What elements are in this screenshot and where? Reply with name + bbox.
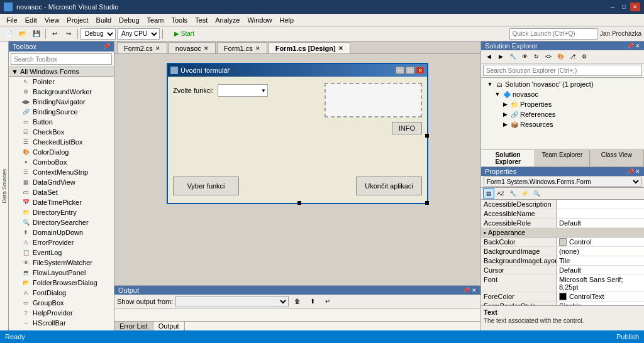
toolbox-item-checkbox[interactable]: ☑ CheckBox: [9, 127, 114, 137]
solution-explorer-tab[interactable]: Solution Explorer: [481, 150, 535, 166]
tree-item-solution[interactable]: ▼ 🗂 Solution 'novasoc' (1 project): [482, 79, 643, 89]
prop-value-accessible-name[interactable]: [557, 209, 644, 218]
output-pin-icon[interactable]: 📌: [463, 287, 470, 293]
toolbox-item-button[interactable]: ▭ Button: [9, 117, 114, 127]
toolbox-item-bindingnavigator[interactable]: ◀▶ BindingNavigator: [9, 97, 114, 107]
tab-novasoc-close-icon[interactable]: ✕: [204, 45, 209, 52]
menu-test[interactable]: Test: [191, 14, 211, 26]
toolbox-item-fontdialog[interactable]: A FontDialog: [9, 288, 114, 298]
toolbox-item-eventlog[interactable]: 📋 EventLog: [9, 248, 114, 258]
toolbox-item-datagridview[interactable]: ▦ DataGridView: [9, 177, 114, 187]
undo-button[interactable]: ↩: [48, 28, 61, 40]
prop-properties-button[interactable]: 🔧: [507, 188, 518, 199]
form-close-button[interactable]: ✕: [416, 67, 425, 74]
form-maximize-button[interactable]: □: [406, 67, 414, 74]
cpu-target-select[interactable]: Any CPU: [117, 28, 160, 40]
menu-help[interactable]: Help: [276, 14, 298, 26]
minimize-button[interactable]: ─: [608, 3, 618, 11]
tab-form2-close-icon[interactable]: ✕: [155, 45, 160, 52]
toolbox-search-input[interactable]: [11, 53, 112, 65]
new-project-button[interactable]: 📄: [3, 28, 15, 40]
prop-sort-alpha-button[interactable]: AZ: [495, 188, 506, 199]
menu-team[interactable]: Team: [143, 14, 168, 26]
save-button[interactable]: 💾: [30, 28, 43, 40]
window-controls[interactable]: ─ □ ✕: [608, 3, 640, 11]
output-close-icon[interactable]: ✕: [472, 287, 477, 293]
design-area[interactable]: Úvodní formulář ─ □ ✕ Zvolte funkci: ▼: [114, 54, 480, 285]
tab-form1-design[interactable]: Form1.cs [Design] ✕: [269, 42, 350, 53]
class-view-tab[interactable]: Class View: [590, 150, 644, 166]
properties-object-select[interactable]: Form1 System.Windows.Forms.Form: [484, 177, 641, 187]
prop-value-background-image-layout[interactable]: Tile: [557, 256, 644, 265]
prop-sort-category-button[interactable]: ▤: [483, 188, 494, 199]
toolbox-pin-icon[interactable]: 📌: [103, 43, 110, 50]
toolbox-item-directorysearcher[interactable]: 🔍 DirectorySearcher: [9, 217, 114, 227]
sol-settings-button[interactable]: ⚙: [579, 52, 590, 62]
tree-item-resources[interactable]: ▶ 📦 Resources: [482, 119, 643, 129]
toolbox-section-all-windows-forms[interactable]: ▼ All Windows Forms: [9, 67, 114, 77]
toolbox-item-backgroundworker[interactable]: ⚙ BackgroundWorker: [9, 87, 114, 97]
tree-item-novasoc[interactable]: ▼ 🔷 novasoc: [482, 89, 643, 99]
output-word-wrap-button[interactable]: ↵: [321, 295, 334, 308]
menu-debug[interactable]: Debug: [115, 14, 143, 26]
data-sources-panel[interactable]: Data Sources: [0, 41, 9, 330]
menu-analyze[interactable]: Analyze: [211, 14, 243, 26]
form-window[interactable]: Úvodní formulář ─ □ ✕ Zvolte funkci: ▼: [167, 63, 428, 204]
menu-project[interactable]: Project: [63, 14, 92, 26]
prop-value-forecolor[interactable]: ControlText: [557, 292, 644, 301]
close-button[interactable]: ✕: [630, 3, 640, 11]
toolbox-item-datetimepicker[interactable]: 📅 DateTimePicker: [9, 197, 114, 207]
tab-novasoc[interactable]: novasoc ✕: [169, 42, 216, 53]
tab-form2[interactable]: Form2.cs ✕: [117, 42, 167, 53]
solution-pin-icon[interactable]: 📌: [627, 43, 634, 49]
debug-mode-select[interactable]: Debug: [80, 28, 116, 40]
form-combo[interactable]: ▼: [218, 84, 268, 97]
menu-build[interactable]: Build: [92, 14, 115, 26]
resize-se-handle[interactable]: [425, 201, 429, 205]
open-button[interactable]: 📂: [16, 28, 29, 40]
resize-e-handle[interactable]: [425, 134, 429, 138]
toolbox-item-dataset[interactable]: 🗃 DataSet: [9, 187, 114, 197]
toolbox-item-colordialog[interactable]: 🎨 ColorDialog: [9, 147, 114, 157]
vyber-funkci-button[interactable]: Vyber funkci: [173, 177, 239, 195]
toolbox-item-directoryentry[interactable]: 📁 DirectoryEntry: [9, 207, 114, 217]
form-minimize-button[interactable]: ─: [396, 67, 404, 74]
toolbox-item-groupbox[interactable]: ▭ GroupBox: [9, 298, 114, 308]
menu-file[interactable]: File: [3, 14, 21, 26]
toolbox-item-hscrollbar[interactable]: ↔ HScrollBar: [9, 318, 114, 328]
menu-window[interactable]: Window: [243, 14, 275, 26]
toolbox-item-flowlayoutpanel[interactable]: ⬒ FlowLayoutPanel: [9, 268, 114, 278]
tree-item-references[interactable]: ▶ 🔗 References: [482, 109, 643, 119]
menu-edit[interactable]: Edit: [21, 14, 41, 26]
solution-search-input[interactable]: [483, 65, 642, 76]
output-tab-output[interactable]: Output: [153, 322, 185, 330]
sol-properties-button[interactable]: 🔧: [507, 52, 518, 62]
tab-form1cs-close-icon[interactable]: ✕: [255, 45, 260, 52]
form-textbox[interactable]: [325, 83, 422, 117]
output-tab-error-list[interactable]: Error List: [114, 322, 153, 330]
properties-pin-icon[interactable]: 📌: [627, 168, 634, 175]
prop-value-accessible-description[interactable]: [557, 200, 644, 209]
toolbox-item-checkedlistbox[interactable]: ☰ CheckedListBox: [9, 137, 114, 147]
menu-tools[interactable]: Tools: [167, 14, 191, 26]
toolbox-item-bindingsource[interactable]: 🔗 BindingSource: [9, 107, 114, 117]
redo-button[interactable]: ↪: [62, 28, 75, 40]
prop-value-cursor[interactable]: Default: [557, 266, 644, 275]
start-button[interactable]: ▶ Start: [165, 28, 203, 40]
toolbox-item-errorprovider[interactable]: ⚠ ErrorProvider: [9, 237, 114, 248]
solution-close-icon[interactable]: ✕: [635, 43, 640, 49]
sol-designer-button[interactable]: 🎨: [555, 52, 566, 62]
menu-view[interactable]: View: [41, 14, 64, 26]
output-source-select[interactable]: [175, 296, 289, 307]
sol-code-view-button[interactable]: <>: [543, 52, 554, 62]
output-clear-button[interactable]: 🗑: [291, 295, 304, 308]
prop-value-backcolor[interactable]: Control: [557, 237, 644, 246]
team-explorer-tab[interactable]: Team Explorer: [535, 150, 589, 166]
tree-item-properties[interactable]: ▶ 📁 Properties: [482, 99, 643, 109]
toolbox-item-imagelist[interactable]: 🖼 ImageList: [9, 328, 114, 330]
info-button[interactable]: INFO: [392, 122, 422, 134]
sol-refresh-button[interactable]: ↻: [531, 52, 542, 62]
prop-value-font[interactable]: Microsoft Sans Serif; 8,25pt: [557, 275, 644, 291]
output-toggle-button[interactable]: ⬆: [306, 295, 319, 308]
prop-search-button[interactable]: 🔍: [531, 188, 542, 199]
